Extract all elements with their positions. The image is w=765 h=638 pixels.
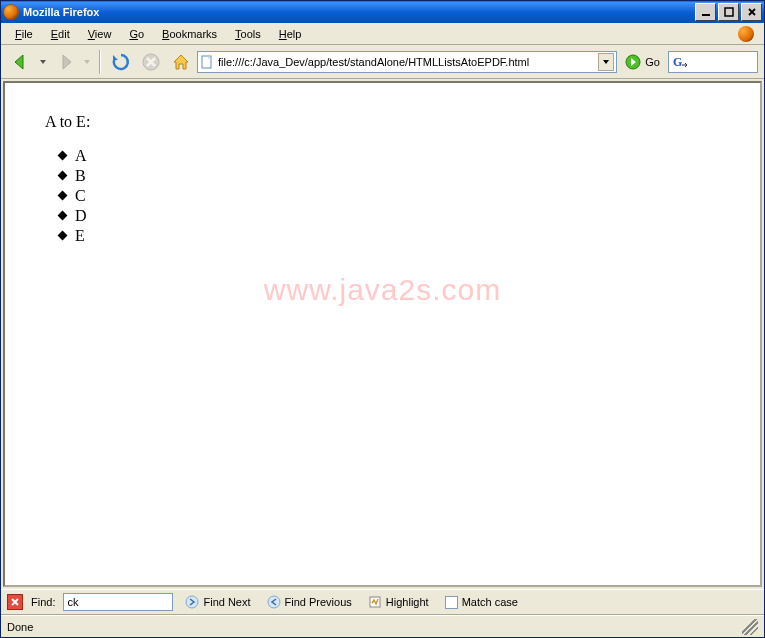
menu-tools[interactable]: Tools <box>227 26 269 42</box>
findbar: Find: Find Next Find Previous Highlight … <box>1 589 764 615</box>
url-bar[interactable] <box>197 51 617 73</box>
menu-bookmarks[interactable]: Bookmarks <box>154 26 225 42</box>
svg-rect-0 <box>702 14 710 16</box>
home-button[interactable] <box>167 48 195 76</box>
svg-point-7 <box>268 596 280 608</box>
match-case-checkbox[interactable] <box>445 596 458 609</box>
svg-text:G: G <box>673 55 682 69</box>
forward-button[interactable] <box>51 48 79 76</box>
find-next-icon <box>185 595 199 609</box>
menu-file[interactable]: File <box>7 26 41 42</box>
toolbar-separator <box>99 50 101 74</box>
url-dropdown[interactable] <box>598 53 614 71</box>
watermark: www.java2s.com <box>264 273 501 307</box>
window-titlebar: Mozilla Firefox <box>1 1 764 23</box>
list-item: B <box>75 167 720 185</box>
menu-view[interactable]: View <box>80 26 120 42</box>
resize-grip[interactable] <box>742 619 758 635</box>
back-dropdown[interactable] <box>37 48 49 76</box>
go-label: Go <box>645 56 660 68</box>
toolbar: Go G <box>1 45 764 79</box>
svg-point-6 <box>186 596 198 608</box>
back-button[interactable] <box>7 48 35 76</box>
find-input[interactable] <box>63 593 173 611</box>
firefox-icon <box>3 4 19 20</box>
match-case-toggle[interactable]: Match case <box>441 594 522 611</box>
list-item: D <box>75 207 720 225</box>
throbber-icon <box>738 26 754 42</box>
content-list: A B C D E <box>45 147 720 245</box>
window-buttons <box>695 3 762 21</box>
highlight-icon <box>368 595 382 609</box>
svg-rect-1 <box>725 8 733 16</box>
window-title: Mozilla Firefox <box>23 6 695 18</box>
url-input[interactable] <box>218 56 594 68</box>
list-item: C <box>75 187 720 205</box>
find-next-button[interactable]: Find Next <box>181 593 254 611</box>
stop-button[interactable] <box>137 48 165 76</box>
page-icon <box>200 55 214 69</box>
forward-dropdown[interactable] <box>81 48 93 76</box>
findbar-close-button[interactable] <box>7 594 23 610</box>
list-item: A <box>75 147 720 165</box>
menu-go[interactable]: Go <box>121 26 152 42</box>
find-label: Find: <box>31 596 55 608</box>
minimize-button[interactable] <box>695 3 716 21</box>
viewport: A to E: A B C D E www.java2s.com <box>3 81 762 587</box>
find-previous-button[interactable]: Find Previous <box>263 593 356 611</box>
content-heading: A to E: <box>45 113 720 131</box>
menubar: File Edit View Go Bookmarks Tools Help <box>1 23 764 45</box>
page-content: A to E: A B C D E www.java2s.com <box>5 83 760 585</box>
status-text: Done <box>7 621 742 633</box>
google-icon: G <box>673 55 689 69</box>
find-previous-icon <box>267 595 281 609</box>
close-button[interactable] <box>741 3 762 21</box>
maximize-button[interactable] <box>718 3 739 21</box>
go-button[interactable]: Go <box>619 48 666 76</box>
list-item: E <box>75 227 720 245</box>
menu-help[interactable]: Help <box>271 26 310 42</box>
highlight-button[interactable]: Highlight <box>364 593 433 611</box>
reload-button[interactable] <box>107 48 135 76</box>
statusbar: Done <box>1 615 764 637</box>
search-box[interactable]: G <box>668 51 758 73</box>
menu-edit[interactable]: Edit <box>43 26 78 42</box>
